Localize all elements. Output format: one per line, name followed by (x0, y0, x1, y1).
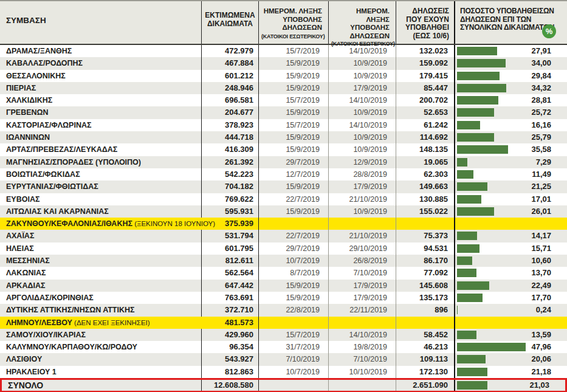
percentage-bar (457, 306, 458, 314)
percentage-bar (457, 232, 477, 240)
deadline-foreign-cell: 10/9/2019 (328, 131, 396, 143)
estimated-rights-cell: 812.611 (201, 255, 258, 267)
estimated-rights-cell: 378.923 (201, 119, 258, 131)
table-row: ΑΙΤΩΛΙΑΣ ΚΑΙ ΑΚΑΡΝΑΝΙΑΣ 595.931 15/9/201… (0, 205, 567, 218)
contract-name-cell: ΕΥΡΥΤΑΝΙΑΣ/ΦΘΙΩΤΙΔΑΣ (0, 181, 201, 193)
estimated-rights-cell: 96.354 (201, 341, 258, 353)
percentage-value: 28,81 (531, 95, 551, 105)
contract-name-cell: ΔΡΑΜΑΣ/ΞΑΝΘΗΣ (0, 45, 201, 57)
estimated-rights-cell: 375.939 (201, 218, 258, 230)
percentage-bar (457, 170, 473, 179)
table-row: ΛΑΣΙΘΙΟΥ 543.927 7/10/2019 7/10/2019 109… (0, 353, 567, 365)
table-row: ΔΥΤΙΚΗΣ ΑΤΤΙΚΗΣ/ΝΗΣΩΝ ΑΤΤΙΚΗΣ 372.710 22… (0, 304, 567, 316)
percentage-cell: 27,91 (454, 45, 567, 57)
table-row: ΕΥΒΟΙΑΣ 769.622 22/7/2019 21/10/2019 130… (0, 193, 567, 205)
percentage-value: 26,01 (531, 207, 551, 216)
deadline-domestic-cell: 15/9/2019 (258, 292, 328, 304)
deadline-foreign-cell: 19/8/2019 (328, 341, 396, 353)
contract-name-cell: ΒΟΙΩΤΙΑΣ/ΦΩΚΙΔΑΣ (0, 168, 201, 181)
table-row: ΚΑΣΤΟΡΙΑΣ/ΦΛΩΡΙΝΑΣ 378.923 15/7/2019 14/… (0, 119, 567, 131)
deadline-foreign-cell: 17/9/2019 (328, 292, 396, 304)
percentage-bar (457, 256, 472, 265)
estimated-rights-cell: 444.718 (201, 131, 258, 143)
table-row: ΒΟΙΩΤΙΑΣ/ΦΩΚΙΔΑΣ 542.223 12/7/2019 28/8/… (0, 168, 567, 181)
deadline-foreign-cell: 10/9/2019 (328, 205, 396, 218)
estimated-rights-cell: 204.677 (201, 106, 258, 119)
deadline-domestic-cell: 10/7/2019 (258, 366, 328, 378)
contract-name-cell: ΙΩΑΝΝΙΝΩΝ (0, 131, 201, 143)
declarations-cell: 77.092 (396, 267, 454, 279)
deadline-domestic-cell: 15/9/2019 (258, 131, 328, 143)
deadline-foreign-cell (328, 218, 396, 230)
percentage-cell: 47,96 (454, 341, 567, 353)
estimated-rights-cell: 601.212 (201, 70, 258, 82)
declarations-table: ΣΥΜΒΑΣΗ ΕΚΤΙΜΩΜΕΝΑ ΔΙΚΑΙΩΜΑΤΑ ΗΜΕΡΟΜ. ΛΗ… (0, 0, 567, 392)
declarations-cell: 52.653 (396, 106, 454, 119)
table-body: ΔΡΑΜΑΣ/ΞΑΝΘΗΣ 472.979 15/7/2019 14/10/20… (0, 45, 567, 378)
contract-name-cell: ΓΡΕΒΕΝΩΝ (0, 106, 201, 119)
table-row: ΛΑΚΩΝΙΑΣ 562.564 8/7/2019 7/10/2019 77.0… (0, 267, 567, 279)
deadline-foreign-cell: 17/9/2019 (328, 181, 396, 193)
contract-name-cell: ΛΑΚΩΝΙΑΣ (0, 267, 201, 279)
percentage-cell: 20,06 (454, 353, 567, 365)
percentage-value: 21,18 (531, 367, 551, 376)
declarations-cell: 85.447 (396, 82, 454, 94)
percentage-cell: 25,79 (454, 131, 567, 143)
contract-name-cell: ΘΕΣΣΑΛΟΝΙΚΗΣ (0, 70, 201, 82)
percentage-value: 34,00 (531, 58, 551, 67)
deadline-domestic-cell: 15/7/2019 (258, 119, 328, 131)
percentage-value: 20,06 (531, 354, 551, 363)
total-percentage-cell: 21,03 (454, 380, 565, 391)
deadline-domestic-cell: 29/7/2019 (258, 242, 328, 255)
total-percentage-value: 21,03 (529, 380, 549, 390)
percentage-cell: 25,72 (454, 106, 567, 119)
percentage-cell: 0,24 (454, 304, 567, 316)
percentage-cell (454, 218, 567, 230)
deadline-domestic-cell: 10/7/2019 (258, 255, 328, 267)
estimated-rights-cell: 416.309 (201, 143, 258, 156)
deadline-domestic-cell: 15/7/2019 (258, 45, 328, 57)
contract-name-cell: ΖΑΚΥΝΘΟΥ/ΚΕΦΑΛΟΝΙΑΣ/ΙΘΑΚΗΣ (ΞΕΚΙΝΟΥΝ 18 … (0, 218, 201, 230)
percentage-bar (457, 72, 500, 80)
declarations-cell: 179.415 (396, 70, 454, 82)
percentage-cell: 17,70 (454, 292, 567, 304)
estimated-rights-cell: 261.392 (201, 156, 258, 168)
percentage-bar (457, 195, 481, 204)
estimated-rights-cell: 248.946 (201, 82, 258, 94)
percentage-value: 17,70 (531, 293, 551, 302)
declarations-cell: 159.092 (396, 57, 454, 69)
declarations-cell: 75.373 (396, 230, 454, 242)
percentage-bar (457, 368, 487, 376)
estimated-rights-cell: 472.979 (201, 45, 258, 57)
percentage-bar (457, 355, 486, 363)
deadline-domestic-cell: 7/10/2019 (258, 353, 328, 365)
percentage-cell (454, 317, 567, 329)
percentage-bar (457, 244, 479, 253)
percentage-bar (457, 158, 467, 167)
percentage-value: 10,60 (531, 256, 551, 265)
percentage-bar (457, 331, 476, 339)
table-row: ΑΡΓΟΛΙΔΑΣ/ΚΟΡΙΝΘΙΑΣ 763.691 15/9/2019 17… (0, 292, 567, 304)
percentage-cell: 26,01 (454, 205, 567, 218)
declarations-cell: 172.130 (396, 366, 454, 378)
deadline-domestic-cell (258, 218, 328, 230)
deadline-foreign-cell: 7/10/2019 (328, 267, 396, 279)
declarations-cell: 148.135 (396, 143, 454, 156)
table-row: ΓΡΕΒΕΝΩΝ 204.677 15/9/2019 10/9/2019 52.… (0, 106, 567, 119)
deadline-foreign-cell: 17/9/2019 (328, 82, 396, 94)
deadline-domestic-cell: 8/7/2019 (258, 267, 328, 279)
percentage-value: 35,58 (531, 145, 551, 154)
table-row: ΙΩΑΝΝΙΝΩΝ 444.718 15/9/2019 10/9/2019 11… (0, 131, 567, 143)
percentage-value: 47,96 (531, 342, 551, 351)
declarations-cell (396, 317, 454, 329)
table-row: ΧΑΛΚΙΔΙΚΗΣ 696.581 15/7/2019 14/10/2019 … (0, 94, 567, 106)
contract-name-cell: ΣΑΜΟΥ/ΧΙΟΥ/ΙΚΑΡΙΑΣ (0, 329, 201, 341)
deadline-foreign-cell: 12/9/2019 (328, 156, 396, 168)
declarations-cell: 19.065 (396, 156, 454, 168)
header-declarations-submitted: ΔΗΛΩΣΕΙΣ ΠΟΥ ΕΧΟΥΝ ΥΠΟΒΛΗΘΕΙ (ΕΩΣ 10/6) (396, 1, 454, 44)
total-label: ΣΥΝΟΛΟ (2, 380, 201, 391)
estimated-rights-cell: 467.884 (201, 57, 258, 69)
table-row: ΕΥΡΥΤΑΝΙΑΣ/ΦΘΙΩΤΙΔΑΣ 704.182 15/9/2019 1… (0, 181, 567, 193)
percentage-cell: 17,01 (454, 193, 567, 205)
percentage-value: 17,01 (531, 194, 551, 204)
